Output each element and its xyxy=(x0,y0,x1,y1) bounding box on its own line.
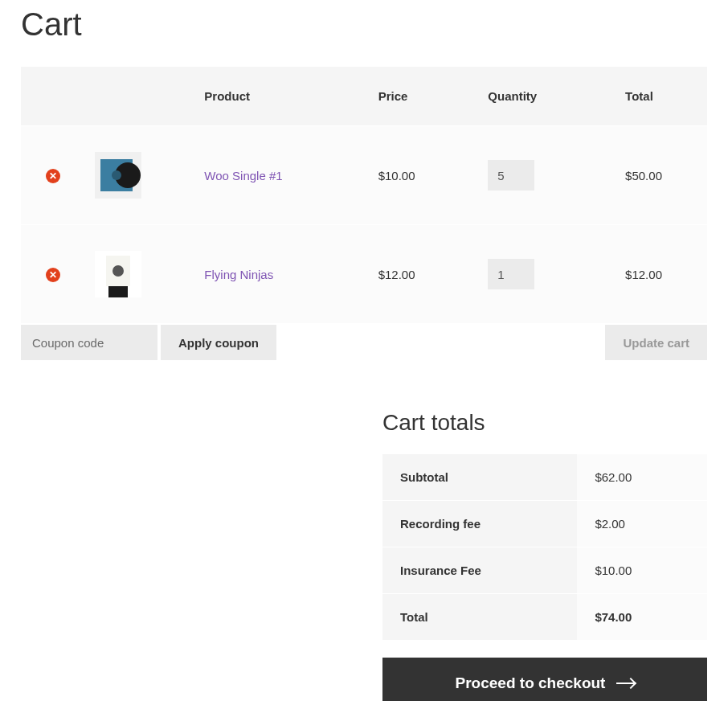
price-cell: $12.00 xyxy=(369,225,479,324)
col-thumb-header xyxy=(85,67,195,126)
total-cell: $12.00 xyxy=(616,225,707,324)
table-row: ✕ Flying Ninjas $12.00 $12.00 xyxy=(21,225,707,324)
col-product-header: Product xyxy=(194,67,368,126)
totals-label: Insurance Fee xyxy=(382,547,577,594)
price-cell: $10.00 xyxy=(369,126,479,225)
arrow-right-icon xyxy=(616,683,634,684)
col-total-header: Total xyxy=(616,67,707,126)
apply-coupon-button[interactable]: Apply coupon xyxy=(161,325,276,360)
totals-value: $2.00 xyxy=(577,501,707,547)
totals-label: Subtotal xyxy=(382,454,577,501)
product-thumbnail[interactable] xyxy=(95,251,141,297)
update-cart-button[interactable]: Update cart xyxy=(605,325,707,360)
proceed-to-checkout-button[interactable]: Proceed to checkout xyxy=(382,658,707,701)
quantity-input[interactable] xyxy=(488,259,534,289)
col-remove-header xyxy=(21,67,85,126)
col-price-header: Price xyxy=(369,67,479,126)
remove-icon[interactable]: ✕ xyxy=(46,169,60,183)
cart-table: Product Price Quantity Total ✕ Woo Singl… xyxy=(21,67,707,323)
cart-actions: Apply coupon Update cart xyxy=(21,325,707,360)
totals-row: Insurance Fee $10.00 xyxy=(382,547,707,594)
totals-row: Subtotal $62.00 xyxy=(382,454,707,501)
totals-value: $10.00 xyxy=(577,547,707,594)
totals-table: Subtotal $62.00 Recording fee $2.00 Insu… xyxy=(382,453,707,640)
totals-row-total: Total $74.00 xyxy=(382,594,707,641)
table-row: ✕ Woo Single #1 $10.00 $50.00 xyxy=(21,126,707,225)
checkout-label: Proceed to checkout xyxy=(456,674,606,692)
totals-label: Total xyxy=(382,594,577,641)
quantity-input[interactable] xyxy=(488,160,534,191)
coupon-area: Apply coupon xyxy=(21,325,276,360)
page-title: Cart xyxy=(21,6,707,43)
totals-label: Recording fee xyxy=(382,501,577,547)
product-thumbnail[interactable] xyxy=(95,152,141,199)
col-quantity-header: Quantity xyxy=(478,67,616,126)
product-link[interactable]: Flying Ninjas xyxy=(204,268,273,281)
cart-totals-heading: Cart totals xyxy=(382,410,707,436)
coupon-input[interactable] xyxy=(21,325,157,360)
total-cell: $50.00 xyxy=(616,126,707,225)
totals-value: $62.00 xyxy=(577,454,707,501)
product-link[interactable]: Woo Single #1 xyxy=(204,169,282,182)
totals-row: Recording fee $2.00 xyxy=(382,501,707,547)
totals-value: $74.00 xyxy=(577,594,707,641)
cart-totals: Cart totals Subtotal $62.00 Recording fe… xyxy=(382,410,707,701)
remove-icon[interactable]: ✕ xyxy=(46,268,60,282)
